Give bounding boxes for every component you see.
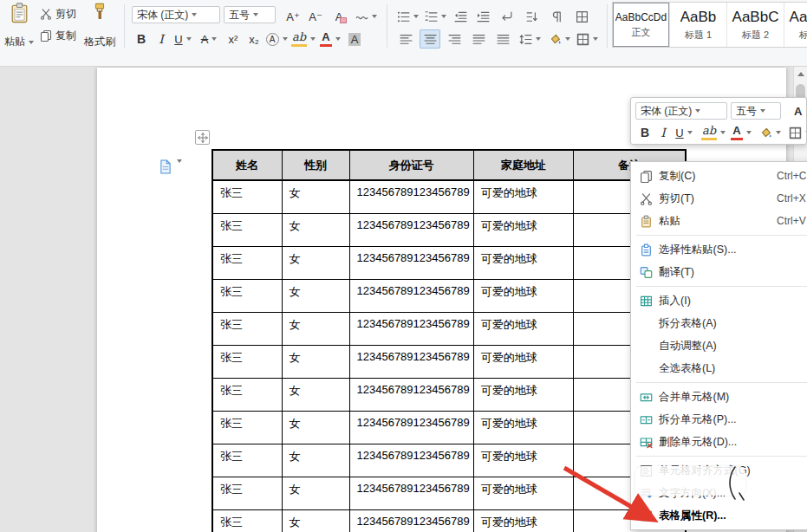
menu-item-translate[interactable]: 翻译(T)	[631, 261, 807, 283]
table-move-handle[interactable]	[195, 130, 210, 145]
table-cell[interactable]: 可爱的地球	[473, 180, 573, 213]
menu-item-paste-special[interactable]: 选择性粘贴(S)...	[631, 238, 807, 261]
ft-borders-button[interactable]	[787, 123, 807, 142]
align-left-button[interactable]	[395, 29, 416, 49]
table-cell[interactable]: 张三	[212, 246, 282, 279]
font-name-select[interactable]: 宋体 (正文)	[132, 6, 220, 23]
style-item-2[interactable]: AaBbC标题 2	[727, 3, 784, 47]
table-cell[interactable]: 女	[282, 312, 349, 345]
insert-table-ribbon-button[interactable]	[570, 7, 593, 26]
paste-button[interactable]: 粘贴	[2, 0, 36, 52]
style-item-0[interactable]: AaBbCcDd正文	[613, 3, 670, 47]
table-cell[interactable]: 123456789123456789	[349, 411, 473, 444]
clear-format-button[interactable]: A	[329, 7, 348, 26]
menu-item-plain-9[interactable]: 自动调整(A)	[631, 334, 807, 357]
ft-font-size-select[interactable]: 五号	[731, 102, 781, 120]
bold-button[interactable]: B	[132, 29, 151, 49]
align-right-button[interactable]	[444, 29, 465, 49]
increase-font-size-button[interactable]: A⁺	[283, 7, 303, 26]
ft-font-color-button[interactable]: A	[730, 123, 752, 142]
scroll-up-button[interactable]	[794, 67, 807, 81]
character-shading-button[interactable]: A	[345, 29, 364, 49]
superscript-button[interactable]: x²	[224, 29, 243, 49]
style-item-3[interactable]: AaBbC标题 3	[784, 3, 807, 47]
ft-highlight-button[interactable]: ab	[700, 123, 726, 142]
table-cell[interactable]: 可爱的地球	[473, 378, 573, 411]
numbered-list-button[interactable]	[423, 7, 447, 26]
align-center-button[interactable]	[420, 29, 440, 49]
table-cell[interactable]: 张三	[212, 213, 282, 246]
table-cell[interactable]: 女	[282, 180, 349, 213]
table-cell[interactable]: 可爱的地球	[473, 213, 573, 246]
menu-item-scissors[interactable]: 剪切(T)Ctrl+X	[631, 187, 807, 210]
table-cell[interactable]: 张三	[212, 378, 282, 411]
paste-options-icon[interactable]	[159, 159, 182, 174]
decrease-indent-button[interactable]	[451, 7, 470, 26]
table-cell[interactable]: 123456789123456789	[349, 213, 473, 246]
table-cell[interactable]: 123456789123456789	[349, 279, 473, 312]
cut-button[interactable]: 剪切	[40, 5, 76, 23]
sort-button[interactable]	[520, 7, 543, 26]
table-cell[interactable]: 张三	[212, 477, 282, 509]
menu-item-insert-table[interactable]: 插入(I)	[631, 289, 807, 312]
table-cell[interactable]: 可爱的地球	[473, 444, 573, 477]
wrap-mark-button[interactable]	[496, 7, 517, 26]
format-painter-button[interactable]: 格式刷	[80, 0, 120, 52]
line-spacing-button[interactable]	[517, 29, 543, 49]
ft-bold-button[interactable]: B	[636, 123, 654, 142]
highlight-color-button[interactable]: ab	[291, 29, 316, 49]
borders-button[interactable]	[574, 29, 600, 49]
symbol-tool-button[interactable]	[354, 7, 378, 26]
table-cell[interactable]: 可爱的地球	[473, 509, 573, 532]
ft-shading-button[interactable]	[758, 123, 782, 142]
table-cell[interactable]: 张三	[212, 180, 282, 213]
ft-underline-button[interactable]: U	[673, 123, 695, 142]
table-cell[interactable]: 123456789123456789	[349, 444, 473, 477]
table-cell[interactable]: 123456789123456789	[349, 378, 473, 411]
table-cell[interactable]: 女	[282, 279, 349, 312]
menu-item-table-properties[interactable]: 表格属性(R)...	[631, 504, 807, 527]
column-header[interactable]: 性别	[282, 150, 349, 180]
table-cell[interactable]: 123456789123456789	[349, 180, 473, 213]
pinyin-guide-button[interactable]: A	[265, 29, 288, 49]
table-cell[interactable]: 123456789123456789	[349, 246, 473, 279]
shading-button[interactable]	[546, 29, 572, 49]
font-color-button[interactable]: A	[319, 29, 342, 49]
increase-indent-button[interactable]	[473, 7, 492, 26]
distribute-button[interactable]	[492, 29, 513, 49]
menu-item-delete-cells[interactable]: 删除单元格(D)...	[631, 431, 807, 453]
table-cell[interactable]: 女	[282, 345, 349, 378]
table-cell[interactable]: 123456789123456789	[349, 477, 473, 509]
document-table[interactable]: 姓名性别身份证号家庭地址备注张三女123456789123456789可爱的地球…	[212, 149, 687, 532]
column-header[interactable]: 姓名	[212, 150, 282, 180]
table-cell[interactable]: 女	[282, 246, 349, 279]
table-cell[interactable]: 123456789123456789	[349, 509, 473, 532]
subscript-button[interactable]: x₂	[244, 29, 264, 49]
ft-italic-button[interactable]: I	[655, 123, 671, 142]
table-cell[interactable]: 女	[282, 378, 349, 411]
table-cell[interactable]: 张三	[212, 279, 282, 312]
table-cell[interactable]: 张三	[212, 444, 282, 477]
table-cell[interactable]: 可爱的地球	[473, 411, 573, 444]
table-cell[interactable]: 女	[282, 477, 349, 509]
decrease-font-size-button[interactable]: A⁻	[305, 7, 326, 26]
menu-item-copy[interactable]: 复制(C)Ctrl+C	[631, 165, 807, 187]
font-size-select[interactable]: 五号	[224, 6, 276, 23]
table-cell[interactable]: 张三	[212, 312, 282, 345]
table-cell[interactable]: 张三	[212, 411, 282, 444]
menu-item-merge-cells[interactable]: 合并单元格(M)	[631, 386, 807, 408]
table-cell[interactable]: 可爱的地球	[473, 246, 573, 279]
style-item-1[interactable]: AaBb标题 1	[670, 3, 727, 47]
table-cell[interactable]: 可爱的地球	[473, 477, 573, 509]
italic-button[interactable]: I	[153, 29, 170, 49]
column-header[interactable]: 身份证号	[349, 150, 473, 180]
table-cell[interactable]: 可爱的地球	[473, 312, 573, 345]
table-cell[interactable]: 女	[282, 509, 349, 532]
table-cell[interactable]: 女	[282, 213, 349, 246]
table-cell[interactable]: 可爱的地球	[473, 345, 573, 378]
table-cell[interactable]: 女	[282, 411, 349, 444]
justify-button[interactable]	[468, 29, 489, 49]
ft-font-name-select[interactable]: 宋体 (正文)	[635, 102, 727, 120]
bullet-list-button[interactable]	[395, 7, 420, 26]
underline-button[interactable]: U	[172, 29, 194, 49]
